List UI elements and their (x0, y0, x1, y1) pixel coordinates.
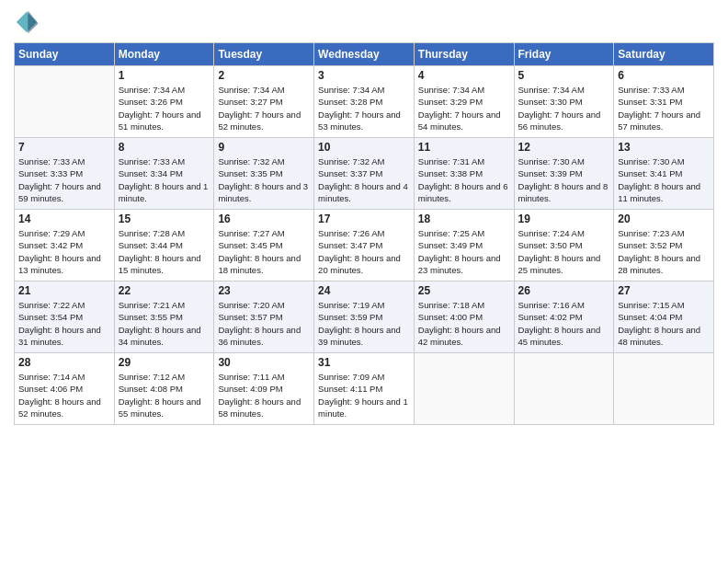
sunrise: Sunrise: 7:19 AM (318, 299, 410, 311)
sunset: Sunset: 3:27 PM (218, 96, 310, 108)
sunset: Sunset: 4:06 PM (18, 383, 110, 395)
sunrise: Sunrise: 7:16 AM (518, 299, 610, 311)
sunrise: Sunrise: 7:22 AM (18, 299, 110, 311)
daylight: Daylight: 8 hours and 18 minutes. (218, 252, 310, 277)
sunset: Sunset: 3:37 PM (318, 167, 410, 179)
day-info: Sunrise: 7:30 AM Sunset: 3:41 PM Dayligh… (618, 155, 710, 204)
daylight: Daylight: 9 hours and 1 minute. (318, 396, 410, 420)
sunrise: Sunrise: 7:12 AM (119, 371, 210, 383)
day-cell: 17 Sunrise: 7:26 AM Sunset: 3:47 PM Dayl… (314, 210, 415, 282)
day-cell: 23 Sunrise: 7:20 AM Sunset: 3:57 PM Dayl… (214, 282, 314, 353)
day-cell (514, 353, 614, 425)
header-cell-monday: Monday (114, 43, 214, 66)
day-number: 1 (119, 69, 210, 82)
week-row-5: 28 Sunrise: 7:14 AM Sunset: 4:06 PM Dayl… (15, 353, 714, 425)
week-row-4: 21 Sunrise: 7:22 AM Sunset: 3:54 PM Dayl… (15, 282, 714, 353)
day-number: 17 (318, 213, 410, 225)
day-cell: 27 Sunrise: 7:15 AM Sunset: 4:04 PM Dayl… (614, 282, 714, 353)
daylight: Daylight: 7 hours and 54 minutes. (418, 109, 510, 133)
day-number: 9 (218, 141, 310, 154)
daylight: Daylight: 8 hours and 23 minutes. (418, 252, 510, 277)
sunset: Sunset: 4:04 PM (618, 311, 710, 323)
daylight: Daylight: 7 hours and 57 minutes. (618, 109, 710, 133)
daylight: Daylight: 8 hours and 4 minutes. (318, 180, 410, 205)
daylight: Daylight: 8 hours and 31 minutes. (18, 324, 110, 349)
day-info: Sunrise: 7:28 AM Sunset: 3:44 PM Dayligh… (119, 227, 210, 276)
sunrise: Sunrise: 7:20 AM (218, 299, 310, 311)
day-info: Sunrise: 7:12 AM Sunset: 4:08 PM Dayligh… (119, 371, 210, 419)
sunset: Sunset: 3:52 PM (618, 239, 710, 251)
day-cell: 9 Sunrise: 7:32 AM Sunset: 3:35 PM Dayli… (214, 138, 314, 210)
sunset: Sunset: 3:50 PM (518, 239, 610, 251)
day-cell: 20 Sunrise: 7:23 AM Sunset: 3:52 PM Dayl… (614, 210, 714, 282)
daylight: Daylight: 7 hours and 53 minutes. (318, 109, 410, 133)
day-number: 15 (119, 213, 210, 225)
header-cell-saturday: Saturday (614, 43, 714, 66)
day-info: Sunrise: 7:18 AM Sunset: 4:00 PM Dayligh… (418, 299, 510, 348)
header-row: SundayMondayTuesdayWednesdayThursdayFrid… (15, 43, 714, 66)
header-cell-wednesday: Wednesday (314, 43, 415, 66)
day-cell (414, 353, 514, 425)
sunrise: Sunrise: 7:34 AM (418, 84, 510, 96)
day-cell: 28 Sunrise: 7:14 AM Sunset: 4:06 PM Dayl… (15, 353, 115, 425)
sunrise: Sunrise: 7:31 AM (418, 155, 510, 167)
day-info: Sunrise: 7:15 AM Sunset: 4:04 PM Dayligh… (618, 299, 710, 348)
day-number: 8 (119, 141, 210, 154)
day-info: Sunrise: 7:26 AM Sunset: 3:47 PM Dayligh… (318, 227, 410, 276)
day-cell: 14 Sunrise: 7:29 AM Sunset: 3:42 PM Dayl… (15, 210, 115, 282)
sunrise: Sunrise: 7:33 AM (618, 84, 710, 96)
day-info: Sunrise: 7:33 AM Sunset: 3:33 PM Dayligh… (18, 155, 110, 204)
sunset: Sunset: 3:31 PM (618, 96, 710, 108)
header-cell-thursday: Thursday (414, 43, 514, 66)
day-cell: 2 Sunrise: 7:34 AM Sunset: 3:27 PM Dayli… (214, 66, 314, 138)
sunset: Sunset: 3:29 PM (418, 96, 510, 108)
day-info: Sunrise: 7:09 AM Sunset: 4:11 PM Dayligh… (318, 371, 410, 419)
daylight: Daylight: 8 hours and 52 minutes. (18, 396, 110, 420)
daylight: Daylight: 7 hours and 51 minutes. (119, 109, 210, 133)
sunset: Sunset: 3:39 PM (518, 167, 610, 179)
daylight: Daylight: 8 hours and 55 minutes. (119, 396, 210, 420)
sunset: Sunset: 3:45 PM (218, 239, 310, 251)
day-cell: 10 Sunrise: 7:32 AM Sunset: 3:37 PM Dayl… (314, 138, 415, 210)
daylight: Daylight: 8 hours and 39 minutes. (318, 324, 410, 349)
day-info: Sunrise: 7:34 AM Sunset: 3:27 PM Dayligh… (218, 84, 310, 132)
daylight: Daylight: 8 hours and 8 minutes. (518, 180, 610, 205)
daylight: Daylight: 8 hours and 48 minutes. (618, 324, 710, 349)
sunset: Sunset: 3:54 PM (18, 311, 110, 323)
day-info: Sunrise: 7:27 AM Sunset: 3:45 PM Dayligh… (218, 227, 310, 276)
day-info: Sunrise: 7:33 AM Sunset: 3:31 PM Dayligh… (618, 84, 710, 132)
sunset: Sunset: 4:02 PM (518, 311, 610, 323)
day-cell: 7 Sunrise: 7:33 AM Sunset: 3:33 PM Dayli… (15, 138, 115, 210)
sunset: Sunset: 3:26 PM (119, 96, 210, 108)
day-info: Sunrise: 7:32 AM Sunset: 3:37 PM Dayligh… (318, 155, 410, 204)
day-info: Sunrise: 7:11 AM Sunset: 4:09 PM Dayligh… (218, 371, 310, 419)
sunrise: Sunrise: 7:18 AM (418, 299, 510, 311)
day-cell: 3 Sunrise: 7:34 AM Sunset: 3:28 PM Dayli… (314, 66, 415, 138)
day-cell: 26 Sunrise: 7:16 AM Sunset: 4:02 PM Dayl… (514, 282, 614, 353)
day-number: 18 (418, 213, 510, 225)
day-info: Sunrise: 7:25 AM Sunset: 3:49 PM Dayligh… (418, 227, 510, 276)
sunrise: Sunrise: 7:30 AM (518, 155, 610, 167)
day-number: 23 (218, 284, 310, 297)
sunset: Sunset: 3:47 PM (318, 239, 410, 251)
day-cell: 29 Sunrise: 7:12 AM Sunset: 4:08 PM Dayl… (114, 353, 214, 425)
daylight: Daylight: 8 hours and 34 minutes. (119, 324, 210, 349)
sunrise: Sunrise: 7:24 AM (518, 227, 610, 239)
daylight: Daylight: 8 hours and 25 minutes. (518, 252, 610, 277)
day-info: Sunrise: 7:22 AM Sunset: 3:54 PM Dayligh… (18, 299, 110, 348)
day-info: Sunrise: 7:33 AM Sunset: 3:34 PM Dayligh… (119, 155, 210, 204)
week-row-2: 7 Sunrise: 7:33 AM Sunset: 3:33 PM Dayli… (15, 138, 714, 210)
day-number: 4 (418, 69, 510, 82)
sunset: Sunset: 3:30 PM (518, 96, 610, 108)
day-number: 27 (618, 284, 710, 297)
day-info: Sunrise: 7:14 AM Sunset: 4:06 PM Dayligh… (18, 371, 110, 419)
daylight: Daylight: 8 hours and 36 minutes. (218, 324, 310, 349)
daylight: Daylight: 8 hours and 45 minutes. (518, 324, 610, 349)
sunset: Sunset: 4:11 PM (318, 383, 410, 395)
day-cell: 4 Sunrise: 7:34 AM Sunset: 3:29 PM Dayli… (414, 66, 514, 138)
day-number: 7 (18, 141, 110, 154)
daylight: Daylight: 8 hours and 20 minutes. (318, 252, 410, 277)
day-number: 22 (119, 284, 210, 297)
sunrise: Sunrise: 7:33 AM (119, 155, 210, 167)
day-number: 6 (618, 69, 710, 82)
